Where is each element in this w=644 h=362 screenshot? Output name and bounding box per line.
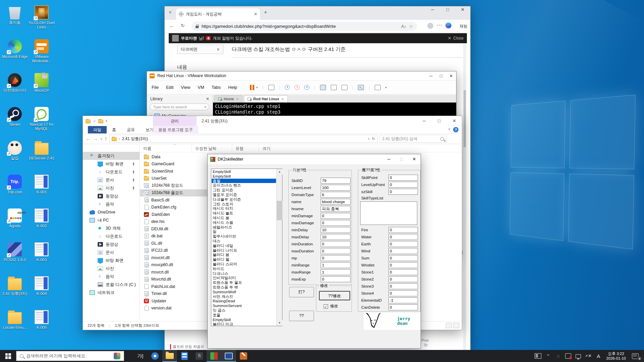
notice-close-button[interactable]: Close xyxy=(453,36,464,41)
field-input-Sum[interactable]: 0 xyxy=(388,255,418,261)
ribbon-collapse-icon[interactable]: ∨ xyxy=(448,127,450,131)
modify-checkbox-row[interactable]: ✓ 修改 xyxy=(324,304,338,309)
field-input-LearnLevel[interactable]: 100 xyxy=(321,185,351,191)
taskbar-skill-editor-icon[interactable] xyxy=(207,350,221,362)
taskbar-ime-pad-icon[interactable]: 가| xyxy=(133,350,148,362)
take-snapshot-icon[interactable] xyxy=(285,85,290,90)
nav-forward-icon[interactable]: → xyxy=(93,136,98,142)
skill-list-item[interactable]: 트랜스폼 투 뱃 xyxy=(212,285,276,290)
vm-tab-close-icon[interactable]: ✕ xyxy=(236,97,239,101)
qat-new-folder-icon[interactable] xyxy=(98,120,103,123)
desktop-icon[interactable]: Navicat 17 for MySQL xyxy=(28,106,55,139)
sidebar-item[interactable]: 3D 개체 xyxy=(83,224,140,232)
tab-search-chevron-icon[interactable]: ∨ xyxy=(169,10,172,14)
taskbar-paint-icon[interactable] xyxy=(236,350,251,362)
dialog-minimize-button[interactable]: ─ xyxy=(382,154,395,164)
field-input-Earth[interactable]: 0 xyxy=(388,241,418,247)
taskbar-file-explorer-icon[interactable] xyxy=(162,350,177,362)
desktop-icon[interactable]: WinSCP xyxy=(28,72,55,106)
skill-list-item[interactable]: 잇 콥스 xyxy=(212,308,276,313)
browser-menu-icon[interactable]: ⋯ xyxy=(437,22,442,28)
skill-list-item[interactable]: 블러디 마크 xyxy=(212,322,276,325)
desktop-icon[interactable]: Locale Emu... xyxy=(1,309,28,343)
vmware-menu-item[interactable]: View xyxy=(181,85,190,90)
taskbar-clock[interactable]: 오후 3:22 2026-01-10 xyxy=(603,351,629,361)
skill-list-item[interactable]: 흡혈 xyxy=(212,179,276,183)
qat-properties-icon[interactable]: ✓ xyxy=(93,119,96,123)
field-input-minDuration[interactable]: 0 xyxy=(321,241,351,247)
desktop-icon[interactable]: Yu-Gi-Oh! Duel Links xyxy=(28,4,55,38)
profile-avatar[interactable] xyxy=(427,23,433,29)
skill-list-item[interactable]: 애시드 터치 xyxy=(212,206,276,211)
desktop-icon[interactable]: 알집 xyxy=(1,139,28,173)
skill-list-item[interactable]: 트랜스폼 투 울프 xyxy=(212,280,276,285)
show-desktop-sliver[interactable] xyxy=(642,350,644,362)
vmware-menu-item[interactable]: Tabs xyxy=(212,85,221,90)
field-input-minDelay[interactable]: 10 xyxy=(321,227,351,233)
skill-list-item[interactable]: 블러디 나이프 xyxy=(212,248,276,253)
field-input-szSkill[interactable]: 0 xyxy=(388,189,418,195)
category-select[interactable]: 다크에덴 ∨ xyxy=(177,45,223,54)
skill-list-scrollbar[interactable]: ▲ ▼ xyxy=(276,169,282,326)
ribbon-tab[interactable]: 홈 xyxy=(107,126,121,133)
desktop-icon[interactable]: Agoda xyxy=(1,207,28,241)
sidebar-item[interactable]: 동영상 xyxy=(83,192,140,200)
view-dropdown-icon[interactable]: ▾ xyxy=(385,86,387,89)
desktop-icon[interactable]: Steam xyxy=(1,106,28,139)
skill-list-item[interactable]: 데스 xyxy=(212,239,276,243)
sidebar-item[interactable]: 로컬 디스크 (C:) xyxy=(83,281,140,289)
skill-list-item[interactable]: 페럴라이즈 xyxy=(212,225,276,230)
browser-maximize-button[interactable]: □ xyxy=(440,7,455,18)
skill-list-item[interactable]: EmptySkill xyxy=(212,174,276,179)
column-header[interactable]: 수정한 날짜 xyxy=(192,144,232,152)
desktop-icon[interactable]: K-003 xyxy=(28,241,55,275)
field-input-SkillPoint[interactable]: 0 xyxy=(388,175,418,181)
field-input-maxRange[interactable]: 1 xyxy=(321,269,351,275)
skill-list-item[interactable]: 블러디 스피어 xyxy=(212,262,276,266)
skill-list-item[interactable]: 애시드 볼트 xyxy=(212,211,276,216)
field-input-maxDamage[interactable]: 0 xyxy=(321,220,351,226)
desktop-icon[interactable]: PCSX2 1.6.0 xyxy=(1,241,28,275)
nav-back-icon[interactable]: ← xyxy=(86,136,91,142)
field-input-SkillID[interactable]: 79 xyxy=(321,178,351,184)
library-search-input[interactable]: Type here to search ▾ xyxy=(150,104,209,110)
column-header[interactable]: 크기 xyxy=(259,144,271,152)
skill-list-item[interactable]: 호울 xyxy=(212,313,276,317)
desktop-icon[interactable]: K-004 xyxy=(28,275,55,309)
search-highlight-thumbnail[interactable] xyxy=(114,353,120,359)
library-close-icon[interactable]: ✕ xyxy=(206,97,209,101)
field-input-Wind[interactable]: 0 xyxy=(388,248,418,254)
skill-list-item[interactable]: 서먼 캐스킷 xyxy=(212,294,276,299)
skill-list-item[interactable]: 블러디 네일 xyxy=(212,243,276,248)
field-input-Fire[interactable]: 0 xyxy=(388,227,418,233)
scroll-down-icon[interactable]: ▼ xyxy=(277,320,282,326)
desktop-icon[interactable]: VMware Workstati... xyxy=(28,38,55,72)
field-input-Stone3[interactable]: 0 xyxy=(388,283,418,289)
nav-up-icon[interactable]: ↑ xyxy=(105,136,107,142)
browser-tab[interactable]: 게임도리 - 게임공략 ✕ xyxy=(176,8,260,20)
desktop-icon[interactable]: Microsoft Edge xyxy=(1,38,28,72)
skill-list-item[interactable]: 할루시네이션 xyxy=(212,234,276,239)
pause-dropdown-icon[interactable]: ▾ xyxy=(256,86,258,89)
refresh-icon[interactable]: ↻ xyxy=(181,23,185,28)
tray-app-icon[interactable]: ◌ xyxy=(553,350,563,362)
qat-customize-icon[interactable]: ▾ xyxy=(106,119,107,123)
skill-list-item[interactable]: 블러디 봄 xyxy=(212,252,276,257)
volume-muted-icon[interactable]: 🗲✕ xyxy=(583,350,593,362)
refresh-address-icon[interactable]: ↻ xyxy=(372,136,375,141)
vmware-minimize-button[interactable]: ─ xyxy=(426,73,436,78)
fullscreen-icon[interactable] xyxy=(341,85,347,90)
skill-list-item[interactable]: 하이드 xyxy=(212,266,276,271)
skill-list-item[interactable]: 다크블루 포이즌 xyxy=(212,197,276,202)
desktop-icon[interactable]: 2.41 망퉁(3차) xyxy=(1,275,28,309)
field-input-LevelUpPoint[interactable]: 0 xyxy=(388,182,418,188)
skill-list-item[interactable]: 포이즈너스 핸즈 xyxy=(212,183,276,188)
sidebar-item[interactable]: 음악 xyxy=(83,200,140,208)
field-input-Stone4[interactable]: 0 xyxy=(388,290,418,296)
page-scrollbar[interactable] xyxy=(463,43,466,352)
browser-close-button[interactable]: ✕ xyxy=(455,7,470,18)
taskbar-calculator-icon[interactable] xyxy=(177,350,192,362)
skill-list-item[interactable]: EmptySkill xyxy=(212,317,276,322)
sidebar-item[interactable]: 네트워크 xyxy=(83,289,140,297)
desktop-icon[interactable]: Trip.com xyxy=(1,173,28,207)
